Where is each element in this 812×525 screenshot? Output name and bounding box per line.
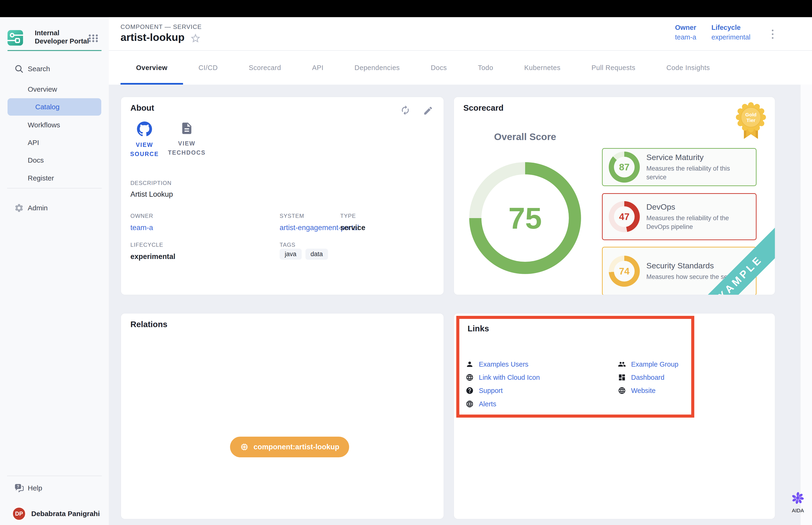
tab-pull-requests[interactable]: Pull Requests <box>576 51 651 85</box>
owner-meta[interactable]: Owner team-a <box>675 24 696 41</box>
sidebar-item-label: Workflows <box>28 121 60 129</box>
tab-overview[interactable]: Overview <box>121 51 183 85</box>
svg-text:?: ? <box>17 484 19 489</box>
sidebar-item-search[interactable]: Search <box>0 62 109 75</box>
link-examples-users[interactable]: Examples Users <box>466 359 528 370</box>
link-cloud[interactable]: Link with Cloud Icon <box>466 372 540 382</box>
badge-line1: Gold <box>745 112 756 117</box>
sidebar-item-admin[interactable]: Admin <box>0 201 109 214</box>
apps-grid-icon[interactable] <box>88 33 99 44</box>
sidebar-item-label: Help <box>28 484 42 492</box>
tab-scorecard[interactable]: Scorecard <box>233 51 297 85</box>
sidebar-item-catalog-active[interactable]: Catalog <box>7 98 101 116</box>
edit-pencil-icon[interactable] <box>423 106 433 116</box>
sidebar-item-workflows[interactable]: Workflows <box>0 118 109 132</box>
lifecycle-meta: Lifecycle experimental <box>711 24 750 41</box>
tags-field-label: TAGS <box>280 242 295 248</box>
sidebar-item-label: Catalog <box>35 103 59 111</box>
tab-api[interactable]: API <box>296 51 339 85</box>
dashboard-icon <box>618 373 626 381</box>
favorite-star-icon[interactable] <box>190 33 201 44</box>
link-label: Website <box>631 387 656 394</box>
sidebar-divider <box>7 476 102 476</box>
owner-link[interactable]: team-a <box>131 224 153 232</box>
aida-flower-icon <box>792 492 804 504</box>
owner-label: Owner <box>675 24 696 31</box>
link-label: Dashboard <box>631 374 664 381</box>
score-donut: 74 <box>609 256 640 287</box>
sidebar-item-api[interactable]: API <box>0 136 109 149</box>
tag-chip[interactable]: data <box>305 249 328 260</box>
score-item-description: Measures how secure the ser <box>646 273 730 281</box>
tab-code-insights[interactable]: Code Insights <box>651 51 725 85</box>
aida-assistant[interactable]: AIDA <box>787 492 809 514</box>
globe-icon <box>466 373 474 381</box>
gear-icon <box>14 203 24 213</box>
score-donut: 47 <box>609 201 640 232</box>
relation-chip-label: component:artist-lookup <box>254 443 339 451</box>
sidebar-item-label: API <box>28 139 39 147</box>
lifecycle-value: experimental <box>131 252 175 261</box>
breadcrumb: COMPONENT — SERVICE <box>121 23 202 31</box>
entity-header: COMPONENT — SERVICE artist-lookup Owner … <box>109 17 812 51</box>
link-label: Support <box>479 387 503 394</box>
sidebar-item-label: Register <box>28 174 54 182</box>
link-example-group[interactable]: Example Group <box>618 359 678 370</box>
about-card: About VIEW SOURCE VIEW TECHDOCS DESCRIPT… <box>121 96 444 295</box>
tab-kubernetes[interactable]: Kubernetes <box>509 51 576 85</box>
sidebar: Internal Developer Portal Search Overvie… <box>0 17 109 525</box>
aida-label: AIDA <box>787 508 809 514</box>
help-chat-icon: ? <box>14 483 24 493</box>
globe-icon <box>618 387 626 394</box>
sidebar-item-register[interactable]: Register <box>0 171 109 185</box>
scrollbar-track[interactable] <box>800 17 812 525</box>
score-item-devops[interactable]: 47 DevOps Measures the reliability of th… <box>602 193 756 240</box>
lifecycle-value: experimental <box>711 33 750 41</box>
links-card-title: Links <box>468 324 489 333</box>
relations-card: Relations component:artist-lookup <box>121 313 444 519</box>
help-circle-icon <box>466 387 474 394</box>
view-source-button[interactable]: VIEW SOURCE <box>128 121 161 159</box>
badge-line2: Tier <box>747 118 755 123</box>
tab-todo[interactable]: Todo <box>462 51 509 85</box>
link-dashboard[interactable]: Dashboard <box>618 372 664 382</box>
type-field-label: TYPE <box>340 213 356 219</box>
owner-value[interactable]: team-a <box>675 33 696 41</box>
gold-tier-badge: Gold Tier <box>736 102 766 144</box>
tab-cicd[interactable]: CI/CD <box>183 51 233 85</box>
page-title: artist-lookup <box>121 31 185 44</box>
tab-dependencies[interactable]: Dependencies <box>339 51 415 85</box>
tag-chip[interactable]: java <box>280 249 302 260</box>
score-item-name: DevOps <box>646 202 750 211</box>
more-options-kebab-icon[interactable] <box>768 27 777 42</box>
score-item-description: Measures the reliability of this service <box>646 164 750 181</box>
group-icon <box>618 360 626 368</box>
score-item-name: Security Standards <box>646 261 730 270</box>
view-techdocs-button[interactable]: VIEW TECHDOCS <box>166 121 208 157</box>
search-icon <box>14 64 24 74</box>
lifecycle-label: Lifecycle <box>711 24 750 31</box>
description-value: Artist Lookup <box>131 190 173 198</box>
top-black-bar <box>0 0 812 17</box>
entity-tabs: Overview CI/CD Scorecard API Dependencie… <box>109 51 812 85</box>
about-card-title: About <box>131 103 154 112</box>
link-support[interactable]: Support <box>466 386 503 396</box>
portal-title: Internal Developer Portal <box>35 29 90 45</box>
portal-logo <box>7 30 23 46</box>
score-item-service-maturity[interactable]: 87 Service Maturity Measures the reliabi… <box>602 148 756 186</box>
link-website[interactable]: Website <box>618 386 656 396</box>
sidebar-user[interactable]: DP Debabrata Panigrahi <box>0 506 109 522</box>
link-alerts[interactable]: Alerts <box>466 399 496 409</box>
sidebar-item-docs[interactable]: Docs <box>0 154 109 167</box>
refresh-icon[interactable] <box>400 105 411 115</box>
sidebar-item-overview[interactable]: Overview <box>0 83 109 96</box>
document-icon <box>180 121 194 135</box>
score-donut: 87 <box>609 152 640 183</box>
globe-icon <box>466 400 474 408</box>
tab-docs[interactable]: Docs <box>415 51 462 85</box>
scorecard-card-title: Scorecard <box>463 103 504 112</box>
sidebar-accent-divider <box>7 50 102 51</box>
sidebar-item-help[interactable]: ? Help <box>0 481 109 495</box>
relation-entity-chip[interactable]: component:artist-lookup <box>230 437 349 457</box>
view-source-label: VIEW SOURCE <box>128 140 161 159</box>
